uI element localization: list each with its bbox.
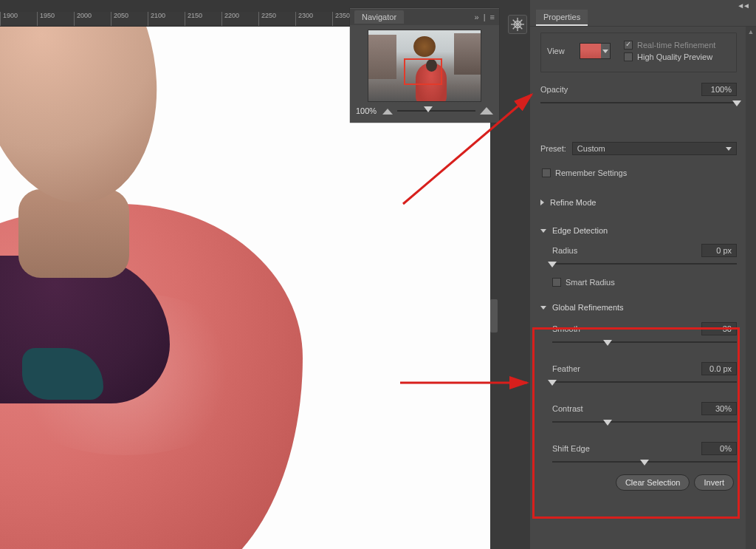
remember-settings-label: Remember Settings [555,168,627,177]
svg-marker-1 [480,107,493,115]
opacity-slider[interactable] [540,99,737,106]
zoom-in-icon[interactable] [480,107,493,115]
clear-selection-button[interactable]: Clear Selection [616,474,690,491]
navigator-zoom-slider[interactable] [397,109,475,113]
smooth-slider-thumb[interactable] [603,340,612,346]
navigator-panel: Navigator » | ≡ 100% [350,8,499,123]
shift-edge-slider[interactable] [552,458,737,466]
properties-panel: ◄◄ Properties ▲ View Real-time Refinemen… [530,0,756,549]
preset-value: Custom [577,144,605,153]
preset-label: Preset: [540,144,566,153]
preset-dropdown[interactable]: Custom [572,142,737,155]
feather-slider[interactable] [552,378,737,386]
radius-value[interactable]: 0 px [701,244,737,257]
feather-value[interactable]: 0.0 px [701,362,737,375]
shift-edge-label: Shift Edge [552,444,590,453]
subject-cutout [0,27,340,549]
realtime-refinement-label: Real-time Refinement [637,41,715,50]
canvas-scrollbar[interactable] [490,299,498,333]
remember-settings-checkbox[interactable] [542,168,551,177]
view-label: View [547,47,574,55]
global-refinements-label: Global Refinements [552,303,624,312]
high-quality-preview-checkbox[interactable] [624,52,633,61]
smart-radius-checkbox[interactable] [552,278,561,287]
scroll-up-icon[interactable]: ▲ [746,27,756,37]
chevron-down-icon [602,50,608,53]
zoom-out-icon[interactable] [382,107,393,115]
edge-detection-label: Edge Detection [552,226,608,235]
ruler-tick: 2250 [258,12,295,27]
feather-slider-thumb[interactable] [548,380,557,386]
navigator-tab[interactable]: Navigator [354,10,404,24]
radius-slider-thumb[interactable] [548,262,557,267]
contrast-slider[interactable] [552,418,737,426]
properties-tab[interactable]: Properties [536,10,588,26]
global-refinements-header[interactable]: Global Refinements [540,303,737,312]
opacity-label: Opacity [540,85,568,94]
svg-marker-0 [382,109,393,115]
navigator-zoom-value[interactable]: 100% [356,106,377,115]
smooth-label: Smooth [552,324,580,333]
smooth-slider[interactable] [552,338,737,346]
opacity-slider-thumb[interactable] [732,100,741,106]
refine-mode-header[interactable]: Refine Mode [540,198,737,207]
radius-label: Radius [552,246,577,255]
chevron-down-icon [540,229,546,233]
navigator-viewport-box[interactable] [404,58,442,85]
radius-slider[interactable] [552,260,737,267]
feather-label: Feather [552,364,580,373]
high-quality-preview-label: High Quality Preview [637,52,712,61]
ruler-tick: 2100 [148,12,185,27]
chevron-down-icon [726,147,732,151]
ruler-tick: 2200 [221,12,258,27]
shift-edge-slider-thumb[interactable] [640,460,649,466]
navigator-header: Navigator » | ≡ [350,9,499,25]
ship-wheel-icon[interactable] [508,15,527,34]
properties-scrollbar[interactable]: ▲ [746,27,756,549]
refine-mode-label: Refine Mode [550,198,596,207]
panel-collapse-icon[interactable]: ◄◄ [737,1,749,10]
realtime-refinement-checkbox[interactable] [624,41,633,50]
navigator-thumbnail[interactable] [368,30,481,102]
contrast-slider-thumb[interactable] [603,420,612,426]
contrast-value[interactable]: 30% [701,402,737,415]
shift-edge-value[interactable]: 0% [701,442,737,455]
edge-detection-header[interactable]: Edge Detection [540,226,737,235]
ruler-tick: 2050 [111,12,148,27]
smart-radius-label: Smart Radius [566,278,615,287]
ruler-tick: 2300 [295,12,332,27]
opacity-value[interactable]: 100% [701,83,737,96]
chevron-right-icon [540,200,544,205]
divider-icon: | [484,13,486,21]
navigator-zoom-thumb[interactable] [424,106,433,112]
view-mode-box: View Real-time Refinement High Quality P… [540,33,737,72]
panel-menu-icon[interactable]: ≡ [490,13,495,21]
smooth-value[interactable]: 30 [701,322,737,335]
chevron-down-icon [540,306,546,310]
ruler-tick: 1950 [37,12,74,27]
view-mode-dropdown[interactable] [580,43,611,59]
ruler-tick: 1900 [0,12,37,27]
contrast-label: Contrast [552,404,583,413]
collapse-icon[interactable]: » [475,13,479,21]
ruler-tick: 2000 [74,12,111,27]
invert-button[interactable]: Invert [694,474,734,491]
ruler-tick: 2150 [185,12,221,27]
